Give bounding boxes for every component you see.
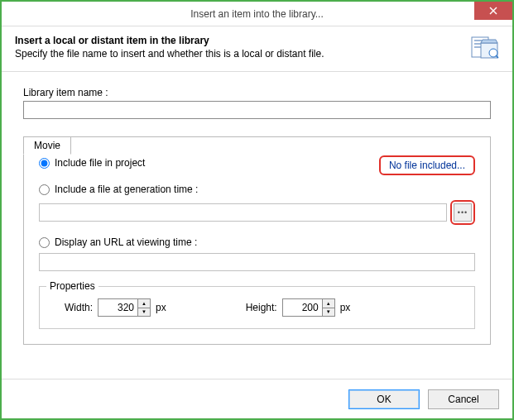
width-spinner[interactable]: ▲ ▼ [98, 298, 151, 317]
radio-display-url-input[interactable] [39, 237, 50, 248]
url-row [39, 253, 475, 271]
cancel-button[interactable]: Cancel [428, 389, 499, 409]
dialog-header: Insert a local or distant item in the li… [2, 26, 512, 72]
width-unit: px [156, 302, 166, 313]
tab-movie[interactable]: Movie [23, 136, 71, 155]
width-down[interactable]: ▼ [137, 308, 151, 317]
radio-include-project-input[interactable] [39, 158, 50, 169]
no-file-badge: No file included... [379, 155, 475, 175]
titlebar: Insert an item into the library... [2, 2, 512, 26]
url-input[interactable] [39, 253, 475, 271]
width-input[interactable] [98, 298, 137, 317]
tab-panel-movie: Include file in project No file included… [23, 136, 491, 345]
tabs: Movie Include file in project No file in… [23, 136, 491, 345]
library-icon [471, 35, 499, 60]
radio-include-generation-input[interactable] [39, 184, 50, 195]
generation-path-row: ••• [39, 200, 475, 225]
radio-include-project-label: Include file in project [55, 157, 145, 169]
height-unit: px [340, 302, 351, 313]
height-spinner[interactable]: ▲ ▼ [282, 298, 335, 317]
width-up[interactable]: ▲ [137, 298, 151, 308]
width-label: Width: [53, 302, 93, 313]
ok-button[interactable]: OK [348, 389, 420, 409]
close-icon [489, 7, 497, 15]
include-row: Include file in project No file included… [39, 155, 475, 175]
dialog-body: Library item name : Movie Include file i… [2, 72, 512, 345]
height-input[interactable] [282, 298, 322, 317]
generation-path-input[interactable] [39, 203, 447, 222]
width-group: Width: ▲ ▼ px [53, 298, 166, 317]
browse-button[interactable]: ••• [454, 203, 472, 222]
dimensions-row: Width: ▲ ▼ px He [53, 298, 461, 317]
height-down[interactable]: ▼ [322, 308, 335, 317]
close-button[interactable] [474, 2, 512, 20]
height-label: Height: [238, 302, 277, 313]
radio-include-project[interactable]: Include file in project [39, 157, 145, 169]
radio-display-url-label: Display an URL at viewing time : [55, 236, 197, 248]
dialog-window: Insert an item into the library... Inser… [0, 0, 514, 420]
ellipsis-icon: ••• [458, 209, 468, 217]
svg-marker-7 [481, 40, 497, 43]
window-title: Insert an item into the library... [190, 8, 324, 20]
height-up[interactable]: ▲ [322, 298, 335, 308]
header-heading: Insert a local or distant item in the li… [15, 35, 324, 46]
dialog-footer: OK Cancel [2, 379, 512, 418]
header-sub: Specify the file name to insert and whet… [15, 48, 324, 60]
library-name-input[interactable] [23, 101, 491, 119]
radio-include-generation-label: Include a file at generation time : [55, 184, 198, 195]
library-name-label: Library item name : [23, 87, 491, 98]
radio-display-url[interactable]: Display an URL at viewing time : [39, 236, 475, 248]
height-group: Height: ▲ ▼ px [238, 298, 351, 317]
browse-highlight: ••• [450, 200, 475, 225]
header-text: Insert a local or distant item in the li… [15, 35, 324, 60]
properties-legend: Properties [46, 280, 98, 292]
radio-include-generation[interactable]: Include a file at generation time : [39, 184, 475, 195]
properties-group: Properties Width: ▲ ▼ px [39, 286, 475, 329]
